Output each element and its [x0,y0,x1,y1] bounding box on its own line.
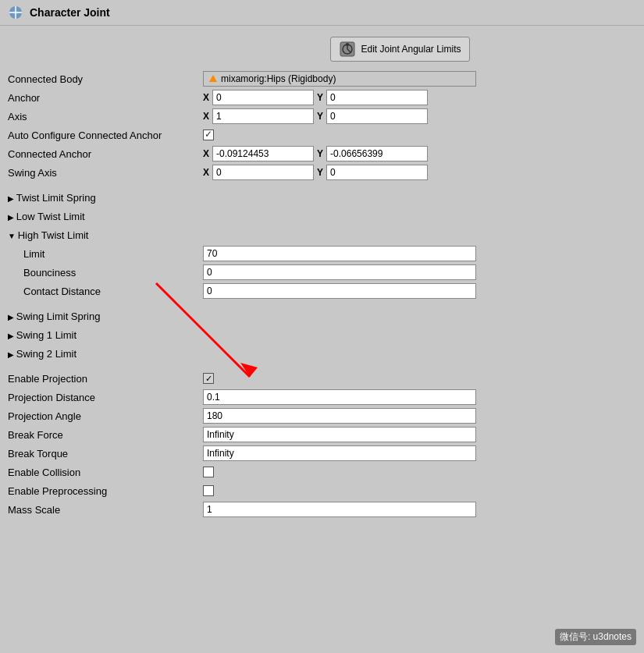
enable-projection-row: Enable Projection ✓ [0,369,644,388]
divider-1 [0,182,644,188]
anchor-y-label: Y [317,92,323,103]
character-joint-icon [8,5,23,20]
swing-axis-xy: X Y [203,165,428,180]
connected-anchor-x-input[interactable] [212,146,314,161]
break-torque-row: Break Torque [0,444,644,463]
connected-body-value: mixamorig:Hips (Rigidbody) [203,71,644,87]
axis-label: Axis [0,111,203,122]
auto-configure-label: Auto Configure Connected Anchor [0,130,203,141]
projection-distance-input[interactable] [203,389,476,405]
connected-anchor-y-input[interactable] [326,146,428,161]
connected-anchor-value: X Y [203,146,644,161]
swing-axis-x-label: X [203,167,209,178]
limit-label: Limit [0,248,203,260]
axis-xy: X Y [203,108,428,124]
axis-x-input[interactable] [212,108,314,124]
connected-anchor-label: Connected Anchor [0,148,203,160]
twist-limit-spring-label: Twist Limit Spring [0,192,203,204]
svg-marker-9 [209,75,217,82]
edit-joint-label: Edit Joint Angular Limits [361,44,461,55]
edit-button-row: Edit Joint Angular Limits [0,37,644,62]
enable-projection-checkbox-checked[interactable]: ✓ [203,373,214,384]
swing-2-limit-row[interactable]: Swing 2 Limit [0,344,644,363]
bounciness-value [203,264,644,280]
limit-row: Limit [0,244,644,263]
divider-2 [0,300,644,307]
contact-distance-row: Contact Distance [0,282,644,300]
swing-limit-spring-label: Swing Limit Spring [0,311,203,322]
enable-collision-value [203,467,644,477]
break-force-input[interactable] [203,427,476,442]
swing-axis-x-input[interactable] [212,165,314,180]
auto-configure-value [203,130,644,140]
limit-input[interactable] [203,246,476,261]
limit-value [203,246,644,261]
connected-anchor-x-label: X [203,148,209,159]
connected-body-row: Connected Body mixamorig:Hips (Rigidbody… [0,69,644,88]
projection-angle-value [203,408,644,424]
connected-body-field[interactable]: mixamorig:Hips (Rigidbody) [203,71,476,87]
component-title: Character Joint [30,6,110,19]
enable-preprocessing-value [203,485,644,496]
connected-body-label: Connected Body [0,73,203,85]
enable-preprocessing-row: Enable Preprocessing [0,481,644,500]
projection-angle-label: Projection Angle [0,410,203,422]
bounciness-input[interactable] [203,264,476,280]
contact-distance-input[interactable] [203,283,476,299]
component-header: Character Joint [0,0,644,26]
mass-scale-row: Mass Scale [0,500,644,519]
swing-1-limit-label: Swing 1 Limit [0,329,203,341]
anchor-x-label: X [203,92,209,103]
connected-anchor-row: Connected Anchor X Y [0,144,644,163]
rigidbody-icon [208,74,218,83]
contact-distance-label: Contact Distance [0,286,203,297]
auto-configure-checkbox[interactable] [203,130,214,140]
projection-angle-input[interactable] [203,408,476,424]
enable-projection-label: Enable Projection [0,373,203,385]
swing-axis-label: Swing Axis [0,167,203,179]
edit-joint-button[interactable]: Edit Joint Angular Limits [330,37,469,62]
mass-scale-label: Mass Scale [0,504,203,516]
break-force-row: Break Force [0,425,644,444]
enable-preprocessing-checkbox[interactable] [203,485,214,496]
swing-1-limit-row[interactable]: Swing 1 Limit [0,325,644,344]
swing-2-limit-label: Swing 2 Limit [0,348,203,360]
anchor-xy: X Y [203,90,428,105]
high-twist-limit-row[interactable]: High Twist Limit [0,225,644,244]
mass-scale-input[interactable] [203,502,476,517]
bounciness-row: Bounciness [0,263,644,282]
joint-limits-icon [339,41,356,58]
low-twist-limit-row[interactable]: Low Twist Limit [0,207,644,225]
twist-limit-spring-row[interactable]: Twist Limit Spring [0,188,644,207]
connected-anchor-xy: X Y [203,146,428,161]
swing-axis-y-input[interactable] [326,165,428,180]
axis-y-input[interactable] [326,108,428,124]
divider-3 [0,363,644,369]
swing-axis-value: X Y [203,165,644,180]
break-torque-label: Break Torque [0,448,203,460]
enable-collision-checkbox[interactable] [203,467,214,477]
break-torque-input[interactable] [203,445,476,461]
mass-scale-value [203,502,644,517]
enable-projection-section: Enable Projection ✓ [0,369,644,388]
axis-row: Axis X Y [0,107,644,126]
enable-projection-value: ✓ [203,373,644,384]
anchor-row: Anchor X Y [0,88,644,107]
connected-anchor-y-label: Y [317,148,323,159]
swing-axis-row: Swing Axis X Y [0,163,644,182]
projection-distance-row: Projection Distance [0,388,644,406]
enable-collision-row: Enable Collision [0,463,644,481]
swing-limit-spring-row[interactable]: Swing Limit Spring [0,307,644,325]
enable-preprocessing-label: Enable Preprocessing [0,485,203,497]
break-force-value [203,427,644,442]
bounciness-label: Bounciness [0,267,203,279]
swing-axis-y-label: Y [317,167,323,178]
anchor-y-input[interactable] [326,90,428,105]
anchor-value: X Y [203,90,644,105]
low-twist-limit-label: Low Twist Limit [0,211,203,222]
projection-distance-value [203,389,644,405]
inspector-content: Edit Joint Angular Limits Connected Body… [0,26,644,523]
axis-y-label: Y [317,111,323,122]
contact-distance-value [203,283,644,299]
anchor-x-input[interactable] [212,90,314,105]
